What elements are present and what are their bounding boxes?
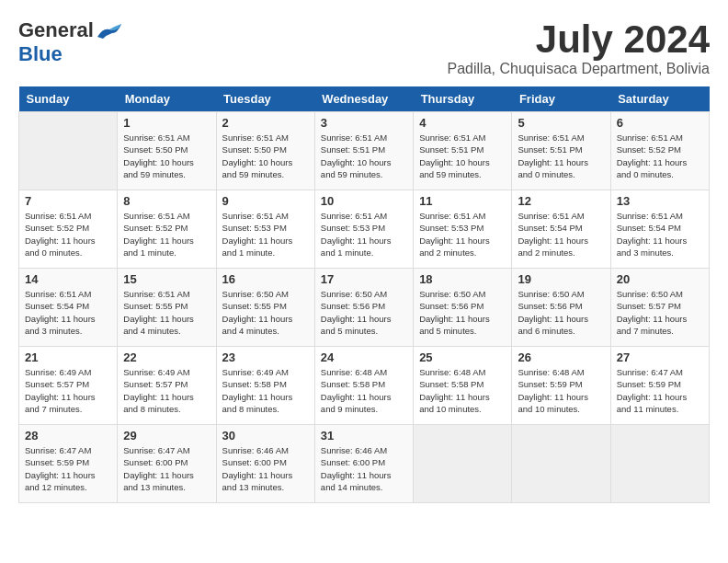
day-info: Sunrise: 6:51 AM Sunset: 5:51 PM Dayligh… (419, 132, 506, 180)
logo-general-text: General (18, 18, 94, 42)
calendar-cell: 18Sunrise: 6:50 AM Sunset: 5:56 PM Dayli… (414, 269, 512, 347)
day-info: Sunrise: 6:49 AM Sunset: 5:57 PM Dayligh… (25, 366, 111, 415)
day-info: Sunrise: 6:50 AM Sunset: 5:55 PM Dayligh… (222, 288, 309, 337)
calendar-week-row: 21Sunrise: 6:49 AM Sunset: 5:57 PM Dayli… (19, 347, 710, 425)
day-number: 24 (321, 350, 407, 364)
day-info: Sunrise: 6:46 AM Sunset: 6:00 PM Dayligh… (222, 444, 309, 493)
day-info: Sunrise: 6:51 AM Sunset: 5:51 PM Dayligh… (518, 132, 604, 180)
calendar-cell: 21Sunrise: 6:49 AM Sunset: 5:57 PM Dayli… (19, 347, 118, 425)
weekday-header-tuesday: Tuesday (216, 86, 314, 112)
day-number: 14 (25, 272, 111, 286)
calendar-cell: 29Sunrise: 6:47 AM Sunset: 6:00 PM Dayli… (118, 425, 216, 503)
day-number: 10 (321, 194, 407, 208)
calendar-cell: 15Sunrise: 6:51 AM Sunset: 5:55 PM Dayli… (118, 269, 216, 347)
calendar-cell: 14Sunrise: 6:51 AM Sunset: 5:54 PM Dayli… (19, 269, 118, 347)
day-number: 8 (123, 194, 210, 208)
calendar-cell: 3Sunrise: 6:51 AM Sunset: 5:51 PM Daylig… (314, 112, 413, 190)
day-number: 5 (518, 116, 604, 130)
day-info: Sunrise: 6:51 AM Sunset: 5:52 PM Dayligh… (617, 132, 703, 180)
calendar-cell: 19Sunrise: 6:50 AM Sunset: 5:56 PM Dayli… (512, 269, 610, 347)
weekday-header-thursday: Thursday (414, 86, 512, 112)
calendar-cell: 10Sunrise: 6:51 AM Sunset: 5:53 PM Dayli… (314, 190, 413, 269)
day-number: 2 (222, 116, 309, 130)
day-number: 9 (222, 194, 309, 208)
day-number: 30 (222, 429, 309, 442)
day-number: 1 (123, 116, 210, 130)
day-number: 26 (518, 350, 604, 364)
day-info: Sunrise: 6:51 AM Sunset: 5:55 PM Dayligh… (123, 288, 210, 337)
location-subtitle: Padilla, Chuquisaca Department, Bolivia (448, 61, 710, 77)
day-info: Sunrise: 6:50 AM Sunset: 5:57 PM Dayligh… (617, 288, 703, 337)
calendar-cell: 17Sunrise: 6:50 AM Sunset: 5:56 PM Dayli… (314, 269, 413, 347)
calendar-cell: 30Sunrise: 6:46 AM Sunset: 6:00 PM Dayli… (216, 425, 314, 503)
calendar-cell (19, 112, 118, 190)
weekday-header-saturday: Saturday (610, 86, 709, 112)
title-section: July 2024 Padilla, Chuquisaca Department… (448, 18, 710, 77)
day-info: Sunrise: 6:51 AM Sunset: 5:54 PM Dayligh… (25, 288, 111, 337)
day-info: Sunrise: 6:51 AM Sunset: 5:51 PM Dayligh… (321, 132, 407, 180)
day-number: 17 (321, 272, 407, 286)
day-info: Sunrise: 6:47 AM Sunset: 6:00 PM Dayligh… (123, 444, 210, 493)
day-number: 29 (123, 429, 210, 442)
calendar-cell: 9Sunrise: 6:51 AM Sunset: 5:53 PM Daylig… (216, 190, 314, 269)
calendar-cell (610, 425, 709, 503)
day-info: Sunrise: 6:51 AM Sunset: 5:53 PM Dayligh… (222, 210, 309, 259)
calendar-cell: 6Sunrise: 6:51 AM Sunset: 5:52 PM Daylig… (610, 112, 709, 190)
day-number: 12 (518, 194, 604, 208)
weekday-header-row: SundayMondayTuesdayWednesdayThursdayFrid… (19, 86, 710, 112)
calendar-cell: 22Sunrise: 6:49 AM Sunset: 5:57 PM Dayli… (118, 347, 216, 425)
calendar-cell: 27Sunrise: 6:47 AM Sunset: 5:59 PM Dayli… (610, 347, 709, 425)
day-info: Sunrise: 6:51 AM Sunset: 5:52 PM Dayligh… (25, 210, 111, 259)
calendar-cell: 11Sunrise: 6:51 AM Sunset: 5:53 PM Dayli… (414, 190, 512, 269)
day-info: Sunrise: 6:51 AM Sunset: 5:53 PM Dayligh… (321, 210, 407, 259)
day-info: Sunrise: 6:47 AM Sunset: 5:59 PM Dayligh… (25, 444, 111, 493)
calendar-cell: 12Sunrise: 6:51 AM Sunset: 5:54 PM Dayli… (512, 190, 610, 269)
calendar-cell: 20Sunrise: 6:50 AM Sunset: 5:57 PM Dayli… (610, 269, 709, 347)
weekday-header-friday: Friday (512, 86, 610, 112)
calendar-cell: 5Sunrise: 6:51 AM Sunset: 5:51 PM Daylig… (512, 112, 610, 190)
day-info: Sunrise: 6:50 AM Sunset: 5:56 PM Dayligh… (321, 288, 407, 337)
day-info: Sunrise: 6:51 AM Sunset: 5:52 PM Dayligh… (123, 210, 210, 259)
calendar-cell: 25Sunrise: 6:48 AM Sunset: 5:58 PM Dayli… (414, 347, 512, 425)
day-number: 11 (419, 194, 506, 208)
calendar-cell: 26Sunrise: 6:48 AM Sunset: 5:59 PM Dayli… (512, 347, 610, 425)
day-number: 23 (222, 350, 309, 364)
day-number: 7 (25, 194, 111, 208)
day-info: Sunrise: 6:51 AM Sunset: 5:50 PM Dayligh… (222, 132, 309, 180)
calendar-cell: 24Sunrise: 6:48 AM Sunset: 5:58 PM Dayli… (314, 347, 413, 425)
calendar-cell (512, 425, 610, 503)
day-info: Sunrise: 6:51 AM Sunset: 5:50 PM Dayligh… (123, 132, 210, 180)
calendar-week-row: 14Sunrise: 6:51 AM Sunset: 5:54 PM Dayli… (19, 269, 710, 347)
day-info: Sunrise: 6:48 AM Sunset: 5:58 PM Dayligh… (321, 366, 407, 415)
day-number: 4 (419, 116, 506, 130)
calendar-cell: 7Sunrise: 6:51 AM Sunset: 5:52 PM Daylig… (19, 190, 118, 269)
logo: General Blue (18, 18, 123, 66)
calendar-cell: 16Sunrise: 6:50 AM Sunset: 5:55 PM Dayli… (216, 269, 314, 347)
day-info: Sunrise: 6:50 AM Sunset: 5:56 PM Dayligh… (518, 288, 604, 337)
calendar-cell: 28Sunrise: 6:47 AM Sunset: 5:59 PM Dayli… (19, 425, 118, 503)
calendar-cell (414, 425, 512, 503)
day-info: Sunrise: 6:50 AM Sunset: 5:56 PM Dayligh… (419, 288, 506, 337)
day-number: 20 (617, 272, 703, 286)
weekday-header-monday: Monday (118, 86, 216, 112)
day-info: Sunrise: 6:51 AM Sunset: 5:53 PM Dayligh… (419, 210, 506, 259)
logo-blue-text: Blue (18, 42, 63, 66)
day-info: Sunrise: 6:46 AM Sunset: 6:00 PM Dayligh… (321, 444, 407, 493)
day-number: 15 (123, 272, 210, 286)
calendar-week-row: 7Sunrise: 6:51 AM Sunset: 5:52 PM Daylig… (19, 190, 710, 269)
calendar-cell: 4Sunrise: 6:51 AM Sunset: 5:51 PM Daylig… (414, 112, 512, 190)
calendar-cell: 23Sunrise: 6:49 AM Sunset: 5:58 PM Dayli… (216, 347, 314, 425)
day-info: Sunrise: 6:48 AM Sunset: 5:58 PM Dayligh… (419, 366, 506, 415)
day-info: Sunrise: 6:47 AM Sunset: 5:59 PM Dayligh… (617, 366, 703, 415)
day-number: 19 (518, 272, 604, 286)
page-header: General Blue July 2024 Padilla, Chuquisa… (18, 18, 710, 77)
day-number: 28 (25, 429, 111, 442)
calendar-week-row: 1Sunrise: 6:51 AM Sunset: 5:50 PM Daylig… (19, 112, 710, 190)
day-number: 27 (617, 350, 703, 364)
weekday-header-sunday: Sunday (19, 86, 118, 112)
day-number: 22 (123, 350, 210, 364)
day-number: 3 (321, 116, 407, 130)
day-number: 31 (321, 429, 407, 442)
day-number: 16 (222, 272, 309, 286)
weekday-header-wednesday: Wednesday (314, 86, 413, 112)
